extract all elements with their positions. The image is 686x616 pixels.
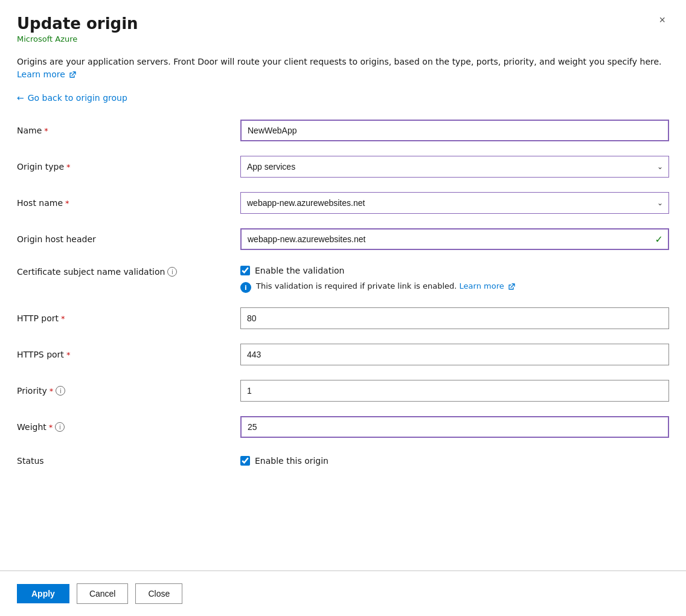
learn-more-link[interactable]: Learn more [17, 69, 76, 79]
apply-button[interactable]: Apply [17, 584, 69, 603]
http-port-row: HTTP port * [17, 300, 669, 336]
priority-info-icon[interactable]: i [56, 386, 65, 396]
status-checkbox-label[interactable]: Enable this origin [255, 456, 329, 466]
https-port-required-star: * [66, 350, 71, 359]
http-port-required-star: * [61, 314, 65, 323]
origin-host-header-check-icon: ✓ [655, 234, 663, 245]
go-back-section: ← Go back to origin group [0, 81, 686, 107]
certificate-checkbox-item: Enable the validation [240, 266, 669, 275]
status-row: Status Enable this origin [17, 445, 669, 476]
info-circle-icon: i [240, 282, 251, 293]
certificate-info-icon[interactable]: i [167, 267, 177, 277]
status-checkbox[interactable] [240, 456, 250, 466]
certificate-note-text: This validation is required if private l… [256, 281, 515, 290]
http-port-label: HTTP port * [17, 313, 240, 323]
external-link-icon [69, 71, 76, 79]
origin-type-required-star: * [66, 162, 71, 172]
origin-host-header-row: Origin host header ✓ [17, 221, 669, 257]
panel-title: Update origin [17, 14, 138, 33]
certificate-info-note: i This validation is required if private… [240, 281, 669, 293]
origin-host-header-input-group: ✓ [240, 228, 669, 250]
priority-wrapper [240, 380, 669, 402]
name-label: Name * [17, 126, 240, 135]
status-label: Status [17, 456, 240, 466]
certificate-checkbox-group: Enable the validation i This validation … [240, 266, 669, 293]
validation-external-link-icon [508, 283, 515, 290]
origin-host-header-wrapper: ✓ [240, 228, 669, 250]
close-icon-button[interactable]: × [655, 12, 669, 28]
weight-required-star: * [49, 423, 53, 432]
weight-wrapper [240, 416, 669, 438]
certificate-control-wrapper: Enable the validation i This validation … [240, 266, 669, 293]
http-port-wrapper [240, 307, 669, 329]
certificate-row: Certificate subject name validation i En… [17, 257, 669, 300]
certificate-checkbox[interactable] [240, 266, 250, 275]
title-block: Update origin Microsoft Azure [17, 14, 138, 43]
origin-type-select-wrapper: App services Storage Cloud service Custo… [240, 156, 669, 178]
http-port-input[interactable] [240, 307, 669, 329]
description-text: Origins are your application servers. Fr… [0, 43, 686, 81]
close-button[interactable]: Close [135, 583, 182, 604]
weight-label: Weight * i [17, 422, 240, 432]
host-name-select[interactable]: webapp-new.azurewebsites.net [240, 192, 669, 214]
update-origin-panel: Update origin Microsoft Azure × Origins … [0, 0, 686, 616]
host-name-wrapper: webapp-new.azurewebsites.net ⌄ [240, 192, 669, 214]
priority-required-star: * [50, 387, 54, 396]
description-body: Origins are your application servers. Fr… [17, 57, 662, 66]
footer: Apply Cancel Close [0, 571, 686, 616]
go-back-link[interactable]: ← Go back to origin group [17, 93, 127, 103]
arrow-left-icon: ← [17, 93, 24, 103]
status-wrapper: Enable this origin [240, 456, 669, 466]
validation-learn-more-link[interactable]: Learn more [460, 281, 515, 290]
origin-host-header-label: Origin host header [17, 234, 240, 244]
origin-type-select[interactable]: App services Storage Cloud service Custo… [240, 156, 669, 178]
host-name-select-wrapper: webapp-new.azurewebsites.net ⌄ [240, 192, 669, 214]
origin-host-header-input[interactable] [240, 228, 669, 250]
https-port-row: HTTPS port * [17, 336, 669, 373]
priority-input[interactable] [240, 380, 669, 402]
certificate-checkbox-label[interactable]: Enable the validation [255, 266, 345, 275]
title-row: Update origin Microsoft Azure × [17, 14, 669, 43]
form-body: Name * Origin type * App services Storag… [0, 107, 686, 570]
name-row: Name * [17, 112, 669, 149]
cancel-button[interactable]: Cancel [77, 583, 129, 604]
priority-row: Priority * i [17, 373, 669, 409]
panel-header: Update origin Microsoft Azure × [0, 0, 686, 43]
certificate-label: Certificate subject name validation i [17, 266, 240, 277]
host-name-row: Host name * webapp-new.azurewebsites.net… [17, 185, 669, 221]
https-port-input[interactable] [240, 344, 669, 365]
host-name-required-star: * [65, 199, 69, 208]
status-checkbox-item: Enable this origin [240, 456, 669, 466]
origin-type-label: Origin type * [17, 162, 240, 172]
weight-row: Weight * i [17, 409, 669, 445]
name-required-star: * [44, 126, 48, 135]
https-port-label: HTTPS port * [17, 350, 240, 359]
host-name-label: Host name * [17, 198, 240, 208]
origin-type-row: Origin type * App services Storage Cloud… [17, 149, 669, 185]
origin-type-wrapper: App services Storage Cloud service Custo… [240, 156, 669, 178]
https-port-wrapper [240, 344, 669, 365]
weight-info-icon[interactable]: i [55, 422, 65, 432]
weight-input[interactable] [240, 416, 669, 438]
panel-subtitle: Microsoft Azure [17, 34, 138, 43]
name-input-wrapper [240, 120, 669, 141]
name-input[interactable] [240, 120, 669, 141]
priority-label: Priority * i [17, 386, 240, 396]
